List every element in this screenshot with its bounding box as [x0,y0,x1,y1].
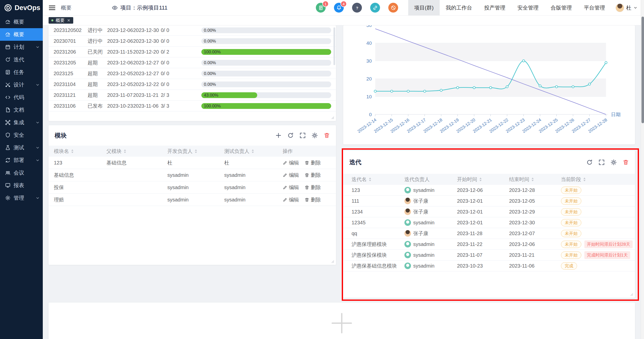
sidebar-item-7-doc[interactable]: 文档 [0,104,43,116]
column-header-0[interactable]: 模块名 [54,148,106,155]
gear-icon[interactable] [611,159,617,165]
plan-start-date: 2023-10-23 [107,103,133,109]
fullscreen-icon[interactable] [598,159,605,165]
gear-icon[interactable] [312,132,318,139]
sort-icon [531,177,534,182]
page-tag-overview[interactable]: 概要 [49,17,73,24]
sidebar-item-label: 概要 [14,31,40,38]
add-icon[interactable] [275,132,282,139]
refresh-icon[interactable] [586,159,593,165]
iteration-start-date: 2023-12-01 [457,209,509,215]
tab-label: 我的工作台 [446,4,472,11]
plan-ratio: 3/ 3 [161,103,201,109]
column-header-2[interactable]: 开始时间 [457,176,509,183]
sidebar-item-6-code[interactable]: 代码 [0,91,43,104]
topbar-blocked-button[interactable] [388,3,398,13]
module-table-row-2: 投保sysadminsysadmin编辑删除 [49,181,336,194]
avatar [404,252,411,258]
sidebar-item-label: 任务 [14,69,40,76]
edit-button[interactable]: 编辑 [283,196,299,203]
fullscreen-icon[interactable] [299,132,306,139]
delete-label: 删除 [311,184,321,191]
refresh-icon[interactable] [287,132,294,139]
app-logo-text: DevOps [15,4,40,12]
topnav-tab-3[interactable]: 安全管理 [511,0,545,16]
topbar-help-button[interactable]: ? [352,3,362,13]
iteration-table-row-6: 沪惠保投保模块sysadmin2023-11-072023-11-21未开始完成… [343,250,635,261]
plan-id: 20230701 [54,38,88,44]
resize-handle-icon[interactable] [629,292,634,296]
progress-label: 0.00% [204,60,216,66]
iteration-owner: sysadmin [404,187,457,193]
owner-name: 张子康 [413,208,428,215]
column-header-4[interactable]: 当前阶段 [561,176,635,183]
close-icon[interactable] [67,19,70,22]
edit-button[interactable]: 编辑 [283,172,299,179]
progress-bar: 100.00% [201,49,331,55]
iteration-end-date: 2023-12-30 [509,220,561,226]
column-header-2[interactable]: 开发负责人 [167,148,224,155]
edit-button[interactable]: 编辑 [283,184,299,191]
iteration-table-row-0: 123sysadmin2023-12-062023-12-28未开始 [343,185,635,196]
trash-icon[interactable] [324,132,330,139]
progress-bar: 0.00% [201,81,331,87]
sidebar-item-3-iteration[interactable]: 迭代 [0,53,43,66]
sidebar-item-label: 设计 [14,81,35,88]
iteration-name: 12345 [352,220,404,226]
sidebar-item-9-security[interactable]: 安全 [0,129,43,141]
column-header-3[interactable]: 结束时间 [509,176,561,183]
topnav-tab-2[interactable]: 投产管理 [478,0,511,16]
burndown-chart-panel: 010203040502023-12-142023-12-152023-12-1… [343,25,635,144]
sidebar-item-10-test[interactable]: 测试 [0,141,43,154]
design-icon [5,82,11,88]
resize-handle-icon[interactable] [330,259,335,264]
edit-button[interactable]: 编辑 [283,159,299,166]
iteration-owner: sysadmin [404,252,457,258]
sidebar-item-0-dashboard[interactable]: 概要 [0,16,43,28]
panel-scrollbar[interactable] [333,27,335,65]
owner-name: sysadmin [413,220,434,226]
svg-text:10: 10 [366,94,372,99]
topnav-tab-0[interactable]: 项目(群) [408,0,440,16]
app-logo[interactable]: DevOps [0,0,43,16]
scrollbar-thumb[interactable] [641,17,644,123]
column-header-1[interactable]: 父模块 [106,148,167,155]
sidebar-item-4-task[interactable]: 任务 [0,66,43,78]
column-header-0[interactable]: 迭代名 [352,176,404,183]
topbar-tasks-button[interactable]: 1 [316,3,326,13]
sidebar-item-8-integration[interactable]: 集成 [0,116,43,129]
delete-button[interactable]: 删除 [305,196,321,203]
plan-end-date: 2023-12-20 [133,49,161,55]
delete-button[interactable]: 删除 [305,159,321,166]
module-dev-owner: sysadmin [167,185,224,190]
sidebar-item-13-report[interactable]: 报表 [0,179,43,192]
manage-icon [5,195,11,201]
topnav-tab-5[interactable]: 平台管理 [578,0,611,16]
iteration-start-date: 2023-12-06 [457,187,509,193]
progress-bar: 0.00% [201,38,331,44]
sidebar-item-2-plan[interactable]: 计划 [0,41,43,53]
sidebar-item-12-meeting[interactable]: 会议 [0,166,43,179]
module-test-owner: 杜 [224,159,283,166]
delete-button[interactable]: 删除 [305,172,321,179]
topbar-links-button[interactable] [370,3,380,13]
topbar-notifications-button[interactable]: 4 [334,3,344,13]
eye-icon[interactable] [112,5,118,11]
sidebar-item-11-deploy[interactable]: 部署 [0,154,43,166]
resize-handle-icon[interactable] [330,115,335,120]
sidebar-item-14-manage[interactable]: 管理 [0,192,43,204]
plan-end-date: 2023-12-30 [133,38,161,44]
delete-button[interactable]: 删除 [305,184,321,191]
topnav-tab-4[interactable]: 合版管理 [545,0,578,16]
add-widget-button[interactable] [330,312,353,335]
module-table-header: 模块名父模块开发负责人测试负责人操作 [49,146,336,157]
topnav-tab-1[interactable]: 我的工作台 [440,0,478,16]
sidebar-item-1-dashboard[interactable]: 概要 [0,28,43,41]
sidebar-item-5-design[interactable]: 设计 [0,78,43,91]
trash-icon[interactable] [623,159,629,165]
plan-table-row-3: 20231205超期2023-12-062023-12-270/ 00.00% [49,57,336,68]
plan-status: 超期 [88,59,107,66]
column-header-3[interactable]: 测试负责人 [224,148,283,155]
hamburger-menu-icon[interactable] [48,4,56,12]
user-menu[interactable]: 杜 [616,4,637,12]
